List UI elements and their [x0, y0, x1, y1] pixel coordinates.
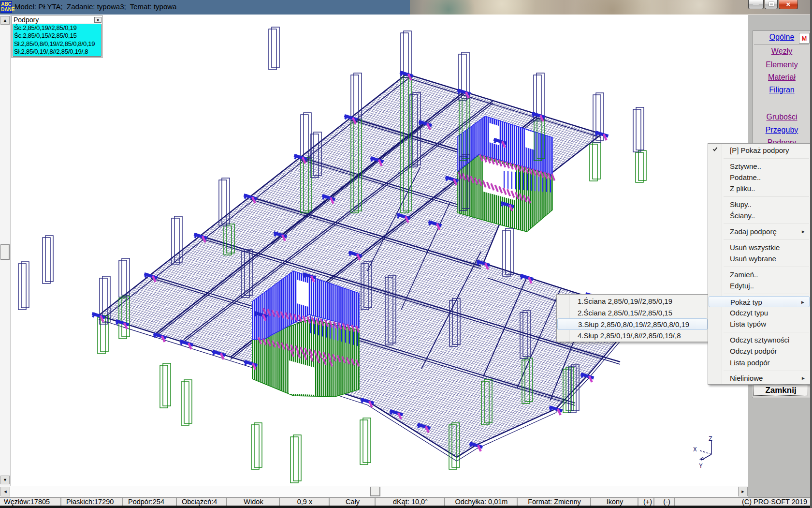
svg-text:Y: Y [699, 463, 703, 470]
svg-text:Z: Z [709, 435, 712, 443]
svg-text:X: X [693, 446, 697, 453]
